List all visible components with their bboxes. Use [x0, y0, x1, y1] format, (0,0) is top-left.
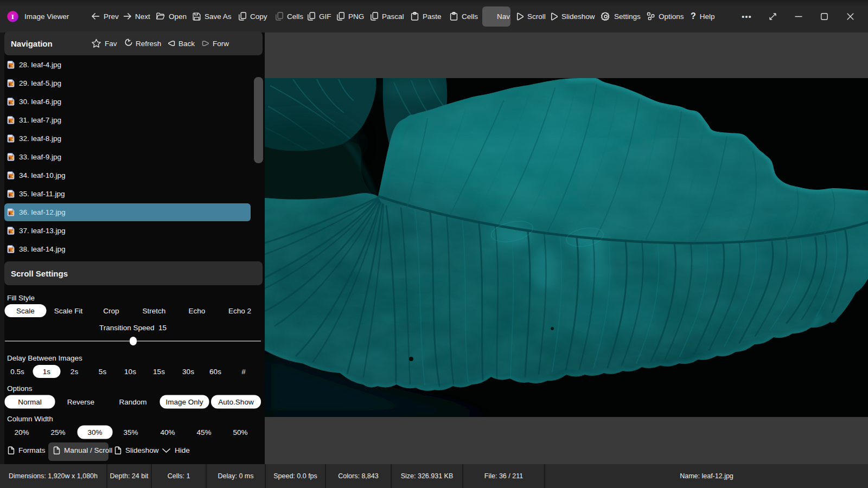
svg-text:I: I: [11, 12, 14, 21]
